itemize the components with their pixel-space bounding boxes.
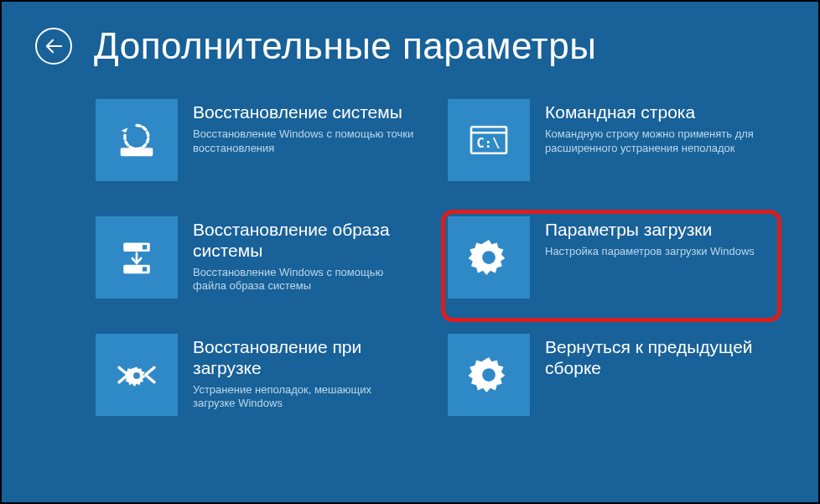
tile-startup-repair[interactable]: Восстановление при загрузке Устранение н… xyxy=(96,334,423,433)
revert-build-icon xyxy=(448,334,530,416)
tile-image-recovery[interactable]: Восстановление образа системы Восстановл… xyxy=(96,216,423,315)
tile-title: Вернуться к предыдущей сборке xyxy=(545,337,766,379)
svg-point-10 xyxy=(133,372,140,379)
tile-title: Восстановление системы xyxy=(193,102,414,123)
tile-desc: Восстановление Windows с помощью точки в… xyxy=(193,127,414,156)
tile-text: Командная строка Командную строку можно … xyxy=(530,99,775,198)
window-frame: Дополнительные параметры Восстановление … xyxy=(0,0,820,504)
tile-title: Командная строка xyxy=(545,102,766,123)
startup-settings-icon xyxy=(448,216,530,299)
back-arrow-icon xyxy=(44,37,63,55)
header: Дополнительные параметры xyxy=(35,25,785,67)
system-restore-icon xyxy=(96,99,178,181)
tile-text: Параметры загрузки Настройка параметров … xyxy=(530,216,775,315)
tile-desc: Командную строку можно применять для рас… xyxy=(545,127,766,156)
tile-startup-settings[interactable]: Параметры загрузки Настройка параметров … xyxy=(441,210,781,322)
svg-point-9 xyxy=(482,251,496,264)
options-grid: Восстановление системы Восстановление Wi… xyxy=(96,99,785,433)
svg-rect-8 xyxy=(143,267,147,271)
tile-desc: Устранение неполадок, мешающих загрузке … xyxy=(193,383,414,412)
tile-title: Восстановление при загрузке xyxy=(193,337,414,379)
tile-title: Восстановление образа системы xyxy=(193,220,414,262)
svg-point-11 xyxy=(482,368,496,382)
image-recovery-icon xyxy=(96,216,178,299)
back-button[interactable] xyxy=(35,28,72,65)
tile-desc: Восстановление Windows с помощью файла о… xyxy=(193,266,414,294)
startup-repair-icon xyxy=(96,334,178,416)
svg-text:C:\: C:\ xyxy=(476,135,500,151)
tile-desc: Настройка параметров загрузки Windows xyxy=(545,245,766,259)
tile-text: Восстановление образа системы Восстановл… xyxy=(178,216,423,315)
tile-system-restore[interactable]: Восстановление системы Восстановление Wi… xyxy=(96,99,423,198)
tile-title: Параметры загрузки xyxy=(545,220,766,241)
tile-revert-build[interactable]: Вернуться к предыдущей сборке xyxy=(448,334,775,433)
command-prompt-icon: C:\ xyxy=(448,99,530,181)
tile-text: Вернуться к предыдущей сборке xyxy=(530,334,775,433)
svg-rect-6 xyxy=(143,245,147,249)
tile-text: Восстановление при загрузке Устранение н… xyxy=(178,334,423,433)
page-title: Дополнительные параметры xyxy=(94,25,596,67)
tile-command-prompt[interactable]: C:\ Командная строка Командную строку мо… xyxy=(448,99,775,198)
tile-text: Восстановление системы Восстановление Wi… xyxy=(178,99,423,198)
